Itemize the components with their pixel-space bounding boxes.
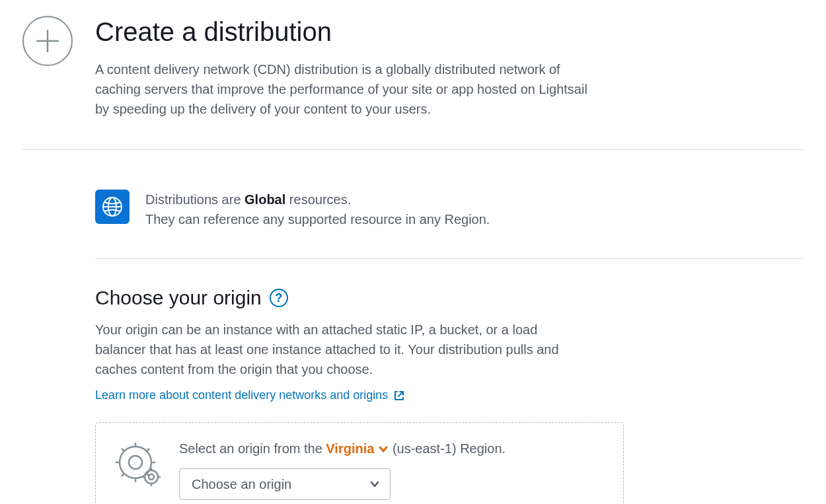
plus-icon xyxy=(22,16,73,66)
chevron-down-icon xyxy=(369,478,381,490)
origin-heading-row: Choose your origin ? xyxy=(95,287,804,309)
learn-more-link[interactable]: Learn more about content delivery networ… xyxy=(95,388,405,402)
region-code: us-east-1 xyxy=(397,441,452,456)
region-label: Virginia xyxy=(326,441,374,456)
global-info-row: Distributions are Global resources. They… xyxy=(95,150,804,258)
page-header: Create a distribution A content delivery… xyxy=(22,13,804,119)
origin-select[interactable]: Choose an origin xyxy=(179,468,391,500)
globe-icon xyxy=(95,190,130,224)
divider xyxy=(95,258,804,259)
page-title: Create a distribution xyxy=(95,16,597,48)
svg-line-15 xyxy=(147,449,149,451)
origin-select-prefix: Select an origin from the xyxy=(179,441,326,456)
region-code-suffix: ) Region. xyxy=(452,441,506,456)
svg-point-17 xyxy=(145,470,158,484)
origin-card: Select an origin from the Virginia (us-e… xyxy=(95,422,624,504)
svg-point-16 xyxy=(149,474,154,480)
help-icon[interactable]: ? xyxy=(270,289,288,307)
gears-icon xyxy=(116,441,162,487)
origin-select-line: Select an origin from the Virginia (us-e… xyxy=(179,441,603,456)
region-code-prefix: ( xyxy=(389,441,396,456)
origin-heading: Choose your origin xyxy=(95,287,262,309)
svg-line-14 xyxy=(122,474,124,476)
global-info-text: Distributions are Global resources. They… xyxy=(145,190,490,229)
global-prefix: Distributions are xyxy=(145,192,244,207)
global-line2: They can reference any supported resourc… xyxy=(145,209,490,229)
create-distribution-page: Create a distribution A content delivery… xyxy=(0,0,826,504)
learn-more-label: Learn more about content delivery networ… xyxy=(95,388,388,402)
chevron-down-icon xyxy=(378,444,389,454)
global-suffix: resources. xyxy=(285,192,351,207)
origin-select-placeholder: Choose an origin xyxy=(192,477,291,492)
external-link-icon xyxy=(393,390,405,402)
global-bold: Global xyxy=(244,192,285,207)
page-lead: A content delivery network (CDN) distrib… xyxy=(95,59,597,119)
origin-body: Your origin can be an instance with an a… xyxy=(95,320,591,379)
svg-line-5 xyxy=(398,392,403,396)
svg-line-12 xyxy=(122,449,124,451)
region-selector[interactable]: Virginia xyxy=(326,441,389,456)
svg-point-6 xyxy=(129,456,142,469)
